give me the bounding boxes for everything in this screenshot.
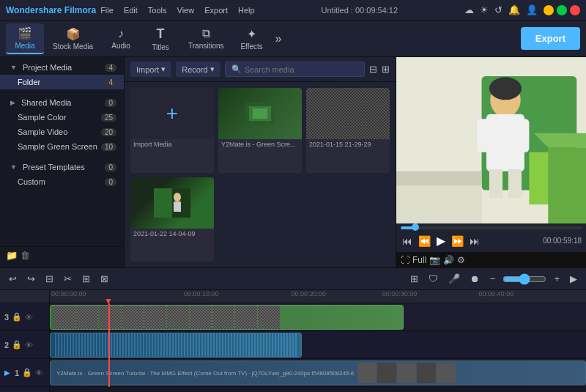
menu-export[interactable]: Export (204, 6, 228, 15)
clip-2[interactable] (50, 333, 302, 358)
refresh-icon[interactable]: ↺ (494, 4, 502, 15)
tab-stock-media[interactable]: 📦 Stock Media (45, 24, 100, 53)
redo-button[interactable]: ↪ (24, 272, 38, 286)
eye-icon-3[interactable]: 👁 (25, 313, 33, 322)
zoom-slider[interactable] (502, 273, 546, 285)
preview-time: 00:00:59:18 (543, 237, 582, 245)
undo-button[interactable]: ↩ (6, 272, 20, 286)
mic-icon[interactable]: 🎤 (445, 272, 463, 286)
skip-fwd-button[interactable]: ⏭ (468, 234, 481, 248)
close-button[interactable] (570, 5, 580, 15)
zoom-out-icon[interactable]: − (487, 272, 499, 286)
lock-icon-1[interactable]: 🔒 (22, 368, 32, 377)
quality-label[interactable]: Full (412, 255, 426, 265)
export-button[interactable]: Export (521, 27, 580, 50)
play-head-icon[interactable]: ▶ (567, 272, 580, 286)
menu-edit[interactable]: Edit (124, 6, 138, 15)
media-item-2[interactable]: 2021-01-15 21-29-29 (306, 88, 390, 173)
maximize-button[interactable] (557, 5, 567, 15)
sidebar-item-sample-green[interactable]: Sample Green Screen 10 (0, 139, 124, 154)
tab-audio[interactable]: ♪ Audio (102, 24, 140, 53)
preview-progress-bar[interactable] (401, 226, 582, 229)
svg-rect-13 (477, 119, 491, 152)
media-thumb-3 (130, 177, 214, 229)
clip-1[interactable]: Y2Mate.is - Green Screen Tutorial · The … (50, 360, 586, 385)
sidebar-item-sample-color[interactable]: Sample Color 25 (0, 110, 124, 125)
titles-icon: T (157, 26, 165, 42)
minimize-button[interactable] (544, 5, 554, 15)
notification-icon[interactable]: 🔔 (508, 4, 520, 15)
delete-icon[interactable]: 🗑 (21, 250, 30, 261)
media-label-1: Y2Mate.is - Green Scre... (218, 139, 302, 149)
preview-video (396, 57, 586, 223)
media-thumb-1 (218, 88, 302, 139)
play-button[interactable]: ▶ (435, 232, 447, 249)
lock-icon-2[interactable]: 🔒 (12, 340, 22, 350)
crop-button[interactable]: ⊠ (97, 272, 111, 286)
shield-icon[interactable]: 🛡 (426, 272, 441, 286)
track-label-3: 3 🔒 👁 (0, 303, 49, 331)
media-item-3[interactable]: 2021-01-22 14-04-09 (130, 177, 214, 262)
sidebar-section-shared: ▶ Shared Media 0 Sample Color 25 Sample … (0, 92, 124, 157)
cut-button[interactable]: ✂ (61, 272, 75, 286)
skip-back-button[interactable]: ⏮ (401, 234, 414, 248)
search-input[interactable] (245, 65, 358, 74)
tab-transitions[interactable]: ⧉ Transitions (181, 24, 231, 53)
split-button[interactable]: ⊞ (79, 272, 93, 286)
grid-view-icon[interactable]: ⊞ (382, 64, 390, 75)
sidebar-item-custom[interactable]: Custom 0 (0, 174, 124, 189)
media-label-3: 2021-01-22 14-04-09 (130, 229, 214, 239)
eye-icon-1[interactable]: 👁 (35, 369, 43, 377)
sun-icon[interactable]: ☀ (480, 4, 489, 15)
zoom-in-icon[interactable]: + (551, 272, 563, 286)
media-item-1[interactable]: Y2Mate.is - Green Scre... (218, 88, 302, 173)
tab-media[interactable]: 🎬 Media (6, 23, 44, 54)
new-folder-icon[interactable]: 📁 (6, 250, 18, 261)
record-timeline-icon[interactable]: ⏺ (467, 272, 483, 286)
clip-3[interactable] (50, 305, 404, 330)
timeline-tracks: 3 🔒 👁 2 🔒 👁 ▶ 1 🔒 👁 00:00:00:00 00:00:10… (0, 290, 586, 392)
sidebar-item-preset-templates[interactable]: ▼ Preset Templates 0 (0, 160, 124, 174)
delete-clip-button[interactable]: ⊟ (42, 272, 56, 286)
record-button[interactable]: Record ▾ (176, 62, 220, 77)
effects-icon: ✦ (247, 27, 256, 41)
user-icon[interactable]: 👤 (526, 4, 538, 15)
tab-effects[interactable]: ✦ Effects (233, 24, 271, 53)
playhead[interactable] (108, 303, 110, 387)
snap-icon[interactable]: ⊞ (407, 272, 421, 286)
fullscreen-icon[interactable]: ⛶ (401, 255, 409, 265)
record-dropdown-icon: ▾ (210, 64, 215, 74)
filter-icon[interactable]: ⊟ (369, 64, 377, 75)
more-tabs-button[interactable]: » (272, 29, 285, 48)
main-area: ▼ Project Media 4 Folder 4 ▶ Shared Medi… (0, 57, 586, 267)
timeline-toolbar: ↩ ↪ ⊟ ✂ ⊞ ⊠ ⊞ 🛡 🎤 ⏺ − + ▶ (0, 268, 586, 290)
sidebar-item-shared-media[interactable]: ▶ Shared Media 0 (0, 95, 124, 110)
menu-tools[interactable]: Tools (148, 6, 167, 15)
arrow-icon2: ▼ (10, 163, 17, 171)
ruler-10: 00:00:10:00 (184, 290, 219, 297)
import-media-cell[interactable]: + Import Media (130, 88, 214, 173)
step-back-button[interactable]: ⏪ (417, 234, 432, 248)
sidebar-item-project-media[interactable]: ▼ Project Media 4 (0, 60, 124, 75)
import-media-area[interactable]: + (130, 88, 214, 139)
titlebar-menus: File Edit Tools View Export Help (100, 6, 254, 15)
media-panel: Import ▾ Record ▾ 🔍 ⊟ ⊞ + Import Media (125, 57, 396, 267)
lock-icon-3[interactable]: 🔒 (12, 312, 22, 322)
volume-icon[interactable]: 🔊 (443, 255, 454, 265)
svg-rect-18 (396, 181, 482, 223)
step-fwd-button[interactable]: ⏩ (450, 234, 465, 248)
sidebar-item-folder[interactable]: Folder 4 (0, 75, 124, 89)
eye-icon-2[interactable]: 👁 (25, 341, 33, 350)
sidebar-item-sample-video[interactable]: Sample Video 20 (0, 125, 124, 139)
cloud-icon[interactable]: ☁ (464, 4, 474, 15)
menu-help[interactable]: Help (238, 6, 255, 15)
menu-file[interactable]: File (100, 6, 114, 15)
settings-icon[interactable]: ⚙ (457, 255, 465, 265)
import-button[interactable]: Import ▾ (130, 62, 171, 77)
svg-point-17 (489, 77, 522, 100)
tab-titles[interactable]: T Titles (141, 23, 179, 54)
import-media-label: Import Media (130, 139, 214, 149)
screenshot-icon[interactable]: 📷 (429, 255, 440, 265)
menu-view[interactable]: View (177, 6, 195, 15)
preview-progress-handle[interactable] (412, 223, 419, 231)
